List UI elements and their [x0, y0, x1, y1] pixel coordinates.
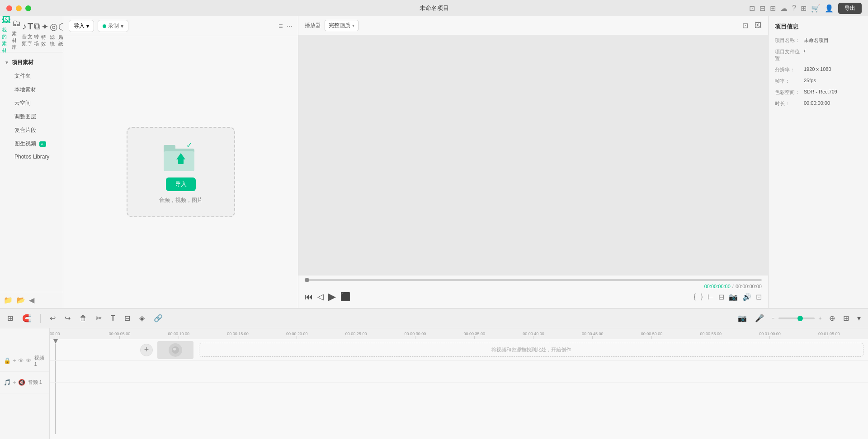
import-placeholder-button[interactable]: 导入 — [166, 177, 196, 191]
lock-icon[interactable]: 🔒 — [4, 357, 11, 364]
link-tool[interactable]: 🔗 — [152, 312, 165, 324]
snapshot-icon[interactable]: 📷 — [729, 293, 738, 301]
ruler-tick-label: 00:00:20:00 — [286, 332, 308, 336]
nav-item-local[interactable]: 本地素材 — [2, 83, 61, 96]
fit-icon[interactable]: ⊡ — [756, 293, 762, 301]
ruler-tick-line — [769, 336, 770, 339]
audio-mute-icon[interactable]: 🔇 — [18, 379, 25, 386]
keyframe-tool[interactable]: ◈ — [137, 312, 146, 324]
zoom-out-icon[interactable]: － — [770, 314, 776, 322]
play-icon[interactable]: ▶ — [328, 291, 336, 303]
cut-tool[interactable]: ✂ — [94, 312, 104, 324]
stop-icon[interactable]: ⬛ — [340, 292, 350, 302]
step-back-icon[interactable]: ⏮ — [305, 292, 313, 302]
quality-label: 完整画质 — [329, 22, 350, 29]
mark-in-icon[interactable]: ⊢ — [708, 293, 714, 301]
record-button[interactable]: 录制 ▾ — [98, 20, 128, 32]
frame-back-icon[interactable]: ◁ — [317, 292, 324, 302]
more-icon[interactable]: ··· — [287, 22, 292, 30]
toolbar-text[interactable]: T 文字 — [28, 20, 33, 49]
crop-tool[interactable]: ⊟ — [123, 312, 132, 324]
layout-tool[interactable]: ⊞ — [841, 312, 851, 324]
delete-tool[interactable]: 🗑 — [78, 313, 89, 324]
redo-tool[interactable]: ↪ — [63, 312, 72, 324]
fullscreen-icon[interactable]: ⊡ — [742, 21, 748, 30]
user-icon[interactable]: 👤 — [825, 4, 834, 13]
ruler-tick-line — [651, 336, 652, 339]
project-name-row: 项目名称： 未命名项目 — [775, 37, 862, 44]
fit-to-window-tool[interactable]: ⊕ — [827, 312, 837, 324]
toolbar-filter[interactable]: ◎ 滤镜 — [50, 20, 57, 49]
toolbar-my-assets[interactable]: 🖼 我的素材 — [2, 20, 11, 49]
add-clip-button[interactable]: + — [140, 344, 153, 356]
magnet-tool[interactable]: 🧲 — [20, 312, 33, 324]
snap-tool[interactable]: ⊞ — [5, 312, 15, 324]
audio-add-icon[interactable]: + — [13, 379, 16, 386]
filter-icon: ◎ — [50, 21, 57, 32]
top-section: 🖼 我的素材 🗂 素材库 ♪ 音频 T 文字 ⧉ 转场 — [0, 16, 868, 308]
filter-icon[interactable]: ≡ — [278, 22, 283, 30]
nav-item-cloud[interactable]: 云空间 — [2, 97, 61, 110]
minimize-button[interactable] — [16, 5, 22, 11]
grid-icon[interactable]: ⊞ — [801, 4, 807, 13]
ruler-tick-label: 00:00 — [50, 332, 60, 336]
ruler-tick-line — [297, 336, 297, 339]
image-icon[interactable]: 🖼 — [755, 21, 762, 30]
bracket-open-icon[interactable]: { — [693, 293, 696, 301]
cart-icon[interactable]: 🛒 — [811, 4, 820, 13]
bracket-close-icon[interactable]: } — [701, 293, 703, 301]
settings-icon[interactable]: ⊡ — [749, 4, 755, 13]
ruler-tick-label: 00:01:05:00 — [818, 332, 840, 336]
text-tool[interactable]: T — [109, 313, 117, 324]
nav-item-ai-video[interactable]: 图生视频 AI — [2, 137, 61, 150]
quality-chevron-icon: ▾ — [352, 23, 354, 28]
ruler-tick-label: 00:00:30:00 — [405, 332, 426, 336]
nav-item-photos[interactable]: Photos Library — [2, 151, 61, 163]
playback-controls: ⏮ ◁ ▶ ⬛ { } ⊢ ⊟ 📷 🔊 ⊡ — [305, 289, 762, 304]
folder-icon[interactable]: 📁 — [4, 296, 13, 304]
zoom-thumb[interactable] — [797, 316, 803, 321]
window-title: 未命名项目 — [420, 4, 449, 12]
maximize-button[interactable] — [25, 5, 31, 11]
mute-icon[interactable]: 👁 — [18, 357, 24, 364]
resolution-row: 分辨率： 1920 x 1080 — [775, 66, 862, 73]
zoom-track[interactable] — [778, 318, 815, 319]
nav-item-folder[interactable]: 文件夹 — [2, 70, 61, 83]
preview-mode-icon[interactable]: ⊟ — [718, 293, 724, 301]
cloud-icon[interactable]: ☁ — [780, 4, 788, 13]
monitor-icon[interactable]: ⊟ — [760, 4, 765, 13]
crop-icon[interactable]: ⊞ — [770, 4, 776, 13]
nav-section-header[interactable]: ▼ 项目素材 — [0, 56, 63, 69]
layout-chevron-tool[interactable]: ▾ — [855, 312, 863, 324]
toolbar-audio[interactable]: ♪ 音频 — [22, 20, 27, 49]
add-track-icon[interactable]: + — [13, 357, 16, 364]
zoom-in-icon[interactable]: ＋ — [817, 314, 823, 322]
toolbar-library[interactable]: 🗂 素材库 — [12, 20, 21, 49]
media-panel-actions: ≡ ··· — [278, 22, 292, 30]
quality-select[interactable]: 完整画质 ▾ — [325, 20, 359, 31]
close-button[interactable] — [6, 5, 12, 11]
timeline-toolbar: ⊞ 🧲 ↩ ↪ 🗑 ✂ T ⊟ ◈ 🔗 📷 🎤 － ＋ ⊕ — [0, 308, 868, 328]
ruler-tick-label: 00:00:05:00 — [109, 332, 131, 336]
new-folder-icon[interactable]: 📂 — [16, 296, 25, 304]
export-button[interactable]: 导出 — [838, 3, 862, 14]
toolbar-effects[interactable]: ✦ 特效 — [41, 20, 49, 49]
nav-item-composite[interactable]: 复合片段 — [2, 124, 61, 137]
nav-item-adjustment[interactable]: 调整图层 — [2, 110, 61, 123]
camera-tool[interactable]: 📷 — [736, 312, 749, 324]
progress-track[interactable] — [305, 279, 762, 281]
mic-tool[interactable]: 🎤 — [753, 312, 766, 324]
ruler-tick-line — [55, 336, 55, 339]
audio-lock-icon[interactable]: 🎵 — [4, 379, 11, 386]
collapse-icon[interactable]: ◀ — [29, 296, 34, 304]
eye-icon[interactable]: 👁 — [26, 357, 32, 364]
progress-thumb[interactable] — [305, 278, 309, 282]
media-content: ✓ 导入 音频，视频，图片 — [63, 36, 298, 308]
import-hint-text: 音频，视频，图片 — [159, 196, 203, 204]
right-panel: 项目信息 项目名称： 未命名项目 项目文件位置 / 分辨率： 1920 x 10… — [769, 16, 868, 308]
volume-icon[interactable]: 🔊 — [742, 293, 751, 301]
toolbar-transition[interactable]: ⧉ 转场 — [34, 20, 40, 49]
undo-tool[interactable]: ↩ — [48, 312, 57, 324]
help-icon[interactable]: ? — [792, 4, 796, 12]
import-button[interactable]: 导入 ▾ — [69, 20, 94, 32]
